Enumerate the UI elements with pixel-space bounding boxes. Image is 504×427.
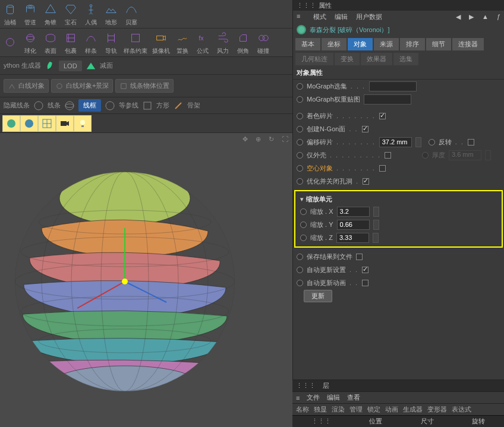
scale-z-spinner[interactable] bbox=[373, 233, 379, 243]
ngon-check[interactable] bbox=[362, 126, 368, 132]
mode-camera[interactable] bbox=[56, 115, 74, 132]
tab-selection[interactable]: 选集 bbox=[393, 53, 418, 65]
function-icon[interactable]: ƒ bbox=[497, 13, 500, 20]
tab-object[interactable]: 对象 bbox=[348, 38, 373, 50]
grip-icon-3[interactable]: ⋮⋮⋮ bbox=[311, 417, 331, 425]
grip-icon-2[interactable]: ⋮⋮⋮ bbox=[296, 382, 316, 390]
mograph-sel-input[interactable] bbox=[369, 81, 417, 91]
nav-up-icon[interactable]: ▲ bbox=[482, 13, 489, 20]
file-menu-edit[interactable]: 编辑 bbox=[327, 393, 340, 402]
tool-oil-drum[interactable]: 油桶 bbox=[2, 2, 18, 27]
wireframe-tab[interactable]: 线框 bbox=[78, 99, 101, 112]
scale-y-radio[interactable] bbox=[300, 222, 307, 228]
auto-update-anim-radio[interactable] bbox=[297, 280, 303, 286]
hollow-radio[interactable] bbox=[297, 165, 303, 172]
tool-formula[interactable]: fx公式 bbox=[195, 30, 210, 55]
reduce-icon[interactable] bbox=[86, 61, 96, 71]
col-manage[interactable]: 管理 bbox=[349, 405, 363, 414]
tool-pyramid[interactable]: 角锥 bbox=[43, 2, 58, 27]
nav-back-icon[interactable]: ◀ bbox=[456, 13, 461, 21]
reverse-radio[interactable] bbox=[429, 139, 435, 146]
color-shards-radio[interactable] bbox=[297, 113, 303, 119]
shell-check[interactable] bbox=[385, 152, 391, 159]
tab-coord[interactable]: 坐标 bbox=[322, 38, 346, 50]
mode-quick[interactable] bbox=[20, 115, 38, 132]
reverse-check[interactable] bbox=[468, 139, 474, 146]
scale-y-spinner[interactable] bbox=[373, 220, 379, 230]
tool-terrain[interactable]: 地形 bbox=[103, 2, 119, 27]
hide-lines-tab[interactable]: 隐藏线条 bbox=[4, 101, 30, 110]
scale-z-radio[interactable] bbox=[300, 235, 307, 241]
shell-radio[interactable] bbox=[297, 152, 303, 159]
update-button[interactable]: 更新 bbox=[304, 290, 332, 302]
auto-update-set-check[interactable] bbox=[362, 267, 368, 273]
viewport[interactable]: ✥ ⊕ ↻ ⛶ bbox=[0, 133, 292, 427]
tool-wrap[interactable]: 包裹 bbox=[63, 30, 78, 55]
tool-spline-constraint[interactable]: 样条约束 bbox=[124, 30, 147, 55]
maximize-view-icon[interactable]: ⛶ bbox=[282, 135, 290, 144]
rotate-view-icon[interactable]: ↻ bbox=[269, 135, 277, 144]
tab-connector[interactable]: 连接器 bbox=[452, 38, 484, 50]
menu-userdata[interactable]: 用户数据 bbox=[356, 12, 382, 21]
tool-spline[interactable]: 样条 bbox=[83, 30, 99, 55]
tab-sort[interactable]: 排序 bbox=[400, 38, 425, 50]
tool-figure[interactable]: 人偶 bbox=[83, 2, 99, 27]
nav-fwd-icon[interactable]: ▶ bbox=[469, 13, 474, 21]
drag-btn-2[interactable]: 白线对象+景深 bbox=[51, 79, 113, 93]
tool-bezier[interactable]: 贝塞 bbox=[124, 2, 139, 27]
tool-displace[interactable]: 置换 bbox=[175, 30, 190, 55]
tool-bevel[interactable]: 倒角 bbox=[235, 30, 251, 55]
mode-light[interactable] bbox=[74, 115, 92, 132]
line-tab[interactable]: 线条 bbox=[48, 101, 61, 110]
mode-gouraud[interactable] bbox=[2, 115, 20, 132]
save-result-check[interactable] bbox=[356, 254, 363, 260]
auto-update-anim-check[interactable] bbox=[362, 280, 368, 286]
tab-detail[interactable]: 细节 bbox=[426, 38, 451, 50]
tab-transform[interactable]: 变换 bbox=[335, 53, 360, 65]
offset-input[interactable] bbox=[379, 137, 412, 147]
menu-mode[interactable]: 模式 bbox=[313, 12, 326, 21]
col-lock[interactable]: 锁定 bbox=[367, 405, 380, 414]
file-menu-file[interactable]: 文件 bbox=[307, 393, 320, 402]
file-menu-view[interactable]: 查看 bbox=[347, 393, 360, 402]
leaf-icon[interactable] bbox=[45, 61, 55, 71]
menu-lines-icon[interactable]: ≡ bbox=[297, 12, 305, 21]
tool-spherify[interactable]: 球化 bbox=[23, 30, 38, 55]
col-gen[interactable]: 生成器 bbox=[403, 405, 423, 414]
mograph-weight-input[interactable] bbox=[364, 94, 411, 105]
zoom-view-icon[interactable]: ⊕ bbox=[256, 135, 264, 144]
drag-btn-1[interactable]: 白线对象 bbox=[4, 79, 49, 93]
drag-btn-3[interactable]: 线条物体位置 bbox=[115, 79, 174, 93]
save-result-radio[interactable] bbox=[297, 254, 303, 260]
col-solo[interactable]: 独显 bbox=[314, 405, 327, 414]
menu-edit[interactable]: 编辑 bbox=[335, 12, 348, 21]
tool-gem[interactable]: 宝石 bbox=[63, 2, 78, 27]
auto-update-set-radio[interactable] bbox=[297, 267, 303, 273]
offset-spinner[interactable] bbox=[415, 137, 421, 147]
tab-basic[interactable]: 基本 bbox=[295, 38, 320, 50]
mode-wire[interactable] bbox=[38, 115, 56, 132]
tool-tube[interactable]: 管道 bbox=[23, 2, 38, 27]
scale-x-spinner[interactable] bbox=[373, 207, 379, 217]
hollow-check[interactable] bbox=[379, 165, 386, 172]
grip-icon[interactable]: ⋮⋮⋮ bbox=[297, 2, 316, 10]
tab-geo-glue[interactable]: 几何粘连 bbox=[295, 53, 333, 65]
tool-rail[interactable]: 导轨 bbox=[103, 30, 119, 55]
tool-collision[interactable]: 碰撞 bbox=[256, 30, 271, 55]
optimize-radio[interactable] bbox=[297, 178, 303, 185]
square-tab[interactable]: 方形 bbox=[156, 101, 169, 110]
col-anim[interactable]: 动画 bbox=[385, 405, 398, 414]
scale-z-input[interactable] bbox=[336, 233, 369, 243]
tool-camera[interactable]: 摄像机 bbox=[152, 30, 170, 55]
col-render[interactable]: 渲染 bbox=[332, 405, 345, 414]
mograph-weight-radio[interactable] bbox=[297, 96, 303, 103]
tool-wind[interactable]: 风力 bbox=[215, 30, 231, 55]
scale-y-input[interactable] bbox=[337, 220, 370, 230]
iso-tab[interactable]: 等参线 bbox=[119, 101, 138, 110]
col-expr[interactable]: 表达式 bbox=[452, 405, 471, 414]
tool-unknown1[interactable] bbox=[2, 34, 18, 51]
tab-effector[interactable]: 效果器 bbox=[361, 53, 392, 65]
optimize-check[interactable] bbox=[363, 178, 369, 185]
scale-x-input[interactable] bbox=[337, 207, 370, 217]
tab-source[interactable]: 来源 bbox=[374, 38, 399, 50]
